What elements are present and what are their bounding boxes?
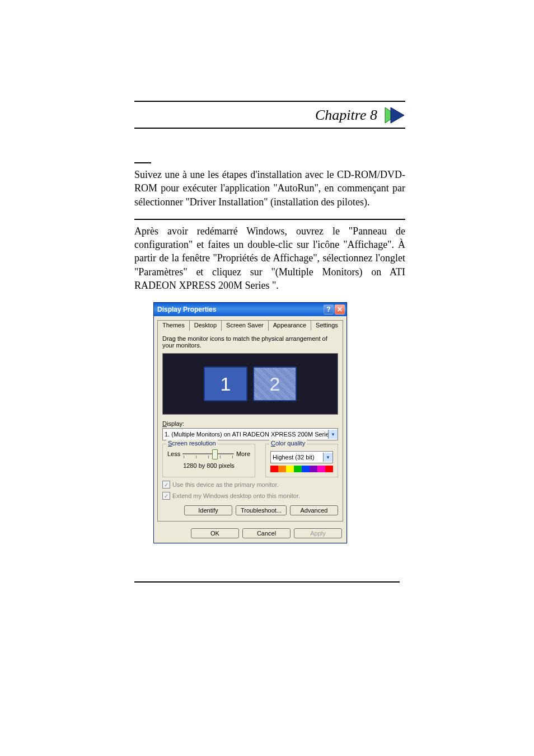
tab-themes[interactable]: Themes xyxy=(157,320,190,331)
display-properties-dialog: Display Properties ? ✕ Themes Desktop Sc… xyxy=(153,302,347,543)
identify-button[interactable]: IdentifyIdentify xyxy=(184,505,232,515)
section-rule-full xyxy=(134,219,405,220)
display-label: DDisplay:isplay: xyxy=(162,420,338,427)
extend-desktop-checkbox-row: ✓ Extend my Windows desktop onto this mo… xyxy=(162,492,338,500)
extend-desktop-label: Extend my Windows desktop onto this moni… xyxy=(172,492,300,499)
svg-marker-1 xyxy=(391,107,404,123)
monitor-1-icon[interactable]: 1 xyxy=(204,367,247,401)
display-dropdown-value: 1. (Multiple Monitors) on ATI RADEON XPR… xyxy=(165,431,328,438)
tab-strip: Themes Desktop Screen Saver Appearance S… xyxy=(154,316,346,330)
primary-monitor-checkbox-row: ✓ Use this device as the primary monitor… xyxy=(162,481,338,489)
extend-desktop-checkbox: ✓ xyxy=(162,492,170,500)
help-icon: ? xyxy=(326,306,330,313)
cancel-button[interactable]: Cancel xyxy=(242,528,291,538)
chevron-down-icon: ▼ xyxy=(328,430,338,439)
color-quality-dropdown[interactable]: Highest (32 bit) ▼ xyxy=(270,451,333,463)
drag-instruction-text: Drag the monitor icons to match the phys… xyxy=(162,335,338,349)
section-rule-short xyxy=(134,162,151,163)
less-label: Less xyxy=(167,450,180,457)
settings-button-row: IdentifyIdentify Troubleshoot...Troubles… xyxy=(162,505,338,515)
color-quality-value: Highest (32 bit) xyxy=(273,454,323,461)
troubleshoot-button[interactable]: Troubleshoot...Troubleshoot... xyxy=(236,505,287,515)
close-button[interactable]: ✕ xyxy=(335,304,345,314)
color-quality-group: Color quality Color quality Highest (32 … xyxy=(265,444,338,477)
help-button[interactable]: ? xyxy=(324,304,334,314)
advanced-button[interactable]: AdvancedAdvanced xyxy=(290,505,338,515)
screen-resolution-label: Screen resolution xyxy=(166,440,218,447)
paragraph-1: Suivez une à une les étapes d'installati… xyxy=(134,168,405,209)
color-quality-label: Color quality xyxy=(269,440,307,447)
primary-monitor-label: Use this device as the primary monitor. xyxy=(172,481,279,488)
settings-panel: Drag the monitor icons to match the phys… xyxy=(157,330,343,522)
tab-desktop[interactable]: Desktop xyxy=(189,320,222,331)
chevron-down-icon: ▼ xyxy=(323,453,332,462)
dialog-titlebar[interactable]: Display Properties ? ✕ xyxy=(154,303,346,316)
screen-resolution-group: Screen resolution Screen resolution Less… xyxy=(162,444,255,477)
footer-horizontal-rule xyxy=(134,581,400,583)
titlebar-buttons: ? ✕ xyxy=(324,304,345,314)
monitor-1-number: 1 xyxy=(221,373,231,395)
monitor-2-icon[interactable]: 2 xyxy=(253,367,297,401)
slider-thumb-icon[interactable] xyxy=(212,449,218,459)
dialog-button-row: OK Cancel Apply xyxy=(154,525,346,543)
chapter-header: Chapitre 8 xyxy=(134,105,405,129)
chapter-label: Chapitre 8 xyxy=(315,107,377,124)
resolution-readout: 1280 by 800 pixels xyxy=(167,462,250,469)
display-select-row: DDisplay:isplay: 1. (Multiple Monitors) … xyxy=(162,420,338,440)
monitor-arrangement-area[interactable]: 1 2 xyxy=(162,353,338,415)
primary-monitor-checkbox: ✓ xyxy=(162,481,170,489)
tab-screen-saver[interactable]: Screen Saver xyxy=(221,320,269,331)
document-page: Chapitre 8 Suivez une à une les étapes d… xyxy=(0,0,534,543)
more-label: More xyxy=(236,450,250,457)
apply-button[interactable]: Apply xyxy=(294,528,342,538)
tab-settings[interactable]: Settings xyxy=(311,320,343,331)
resolution-quality-row: Screen resolution Screen resolution Less… xyxy=(162,444,338,477)
resolution-slider-row: Less More xyxy=(167,450,250,458)
top-horizontal-rule xyxy=(134,101,405,102)
tab-appearance[interactable]: Appearance xyxy=(268,320,311,331)
ok-button[interactable]: OK xyxy=(191,528,239,538)
display-dropdown[interactable]: 1. (Multiple Monitors) on ATI RADEON XPR… xyxy=(162,428,338,440)
close-icon: ✕ xyxy=(337,306,343,313)
triangle-logo-icon xyxy=(383,105,405,125)
monitor-2-number: 2 xyxy=(270,373,280,395)
color-spectrum-icon xyxy=(270,466,333,472)
paragraph-2: Après avoir redémarré Windows, ouvrez le… xyxy=(134,224,405,292)
resolution-slider[interactable] xyxy=(182,450,234,458)
dialog-title: Display Properties xyxy=(157,306,324,313)
slider-ticks xyxy=(182,456,234,458)
